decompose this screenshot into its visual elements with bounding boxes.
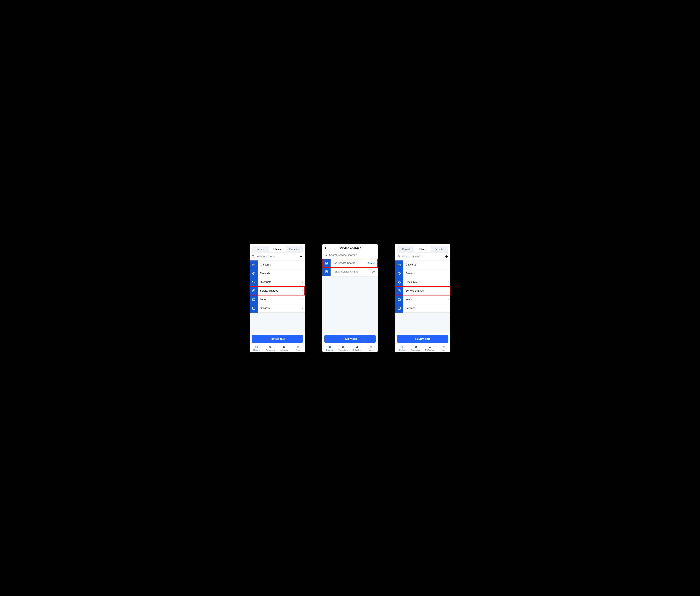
services-icon	[250, 304, 258, 313]
more-icon	[369, 345, 372, 349]
nav-label: Checkout	[399, 349, 406, 351]
library-item-service-charges[interactable]: Service charges	[250, 287, 305, 295]
nav-label: Notifications	[352, 349, 361, 351]
service-charges-icon	[395, 287, 403, 295]
library-item-services[interactable]: Services	[250, 304, 305, 313]
nav-notifications[interactable]: Notifications	[350, 345, 364, 351]
svg-rect-64	[402, 347, 403, 348]
svg-line-1	[254, 257, 254, 258]
nav-transactions[interactable]: Transactions	[264, 345, 277, 351]
tab-library[interactable]: Library	[415, 246, 431, 252]
library-list: Gift cards Rewards Discounts	[250, 260, 305, 333]
svg-rect-19	[257, 346, 257, 347]
search-row[interactable]: Search service charges	[322, 251, 378, 259]
svg-rect-62	[402, 346, 403, 347]
gift-card-icon	[395, 260, 403, 269]
library-item-label: Services	[258, 304, 300, 313]
tab-library[interactable]: Library	[269, 246, 285, 252]
svg-rect-38	[328, 347, 329, 348]
nav-label: More	[296, 349, 300, 351]
discounts-icon	[395, 278, 403, 287]
svg-rect-53	[398, 299, 400, 300]
nav-label: Transactions	[411, 349, 420, 351]
search-icon	[397, 255, 401, 258]
library-item-items[interactable]: Items	[250, 295, 305, 304]
nav-checkout[interactable]: Checkout	[395, 345, 409, 351]
nav-label: More	[369, 349, 373, 351]
search-placeholder: Search service charges	[329, 253, 376, 256]
nav-label: More	[442, 349, 445, 351]
transactions-icon	[269, 345, 272, 349]
footer: Review sale Checkout Transactions Notifi…	[395, 333, 450, 352]
more-icon	[442, 345, 445, 349]
svg-point-9	[254, 290, 255, 290]
library-item-rewards[interactable]: Rewards	[250, 269, 305, 278]
nav-label: Notifications	[425, 349, 434, 351]
tabs-row: Keypad Library Favorites	[395, 244, 450, 253]
nav-label: Transactions	[339, 349, 348, 351]
svg-point-35	[327, 271, 327, 271]
tab-bar: Keypad Library Favorites	[397, 246, 448, 253]
nav-more[interactable]: More	[291, 345, 305, 351]
tab-keypad[interactable]: Keypad	[398, 246, 415, 252]
nav-label: Transactions	[266, 349, 275, 351]
tab-bar: Keypad Library Favorites	[252, 246, 303, 253]
svg-point-43	[398, 255, 400, 257]
tab-keypad[interactable]: Keypad	[252, 246, 269, 252]
service-charge-status-added: Added	[368, 259, 378, 268]
library-item-label: Service charges	[258, 287, 300, 295]
search-row[interactable]: Search all items	[395, 253, 450, 260]
library-item-discounts[interactable]: Discounts	[250, 278, 305, 287]
gift-card-icon	[250, 260, 258, 269]
service-charge-pickup[interactable]: Pickup Service Charge 2%	[322, 268, 378, 276]
nav-notifications[interactable]: Notifications	[423, 345, 437, 351]
library-item-services[interactable]: Services	[395, 304, 450, 313]
items-icon	[250, 295, 258, 304]
svg-rect-36	[328, 346, 329, 347]
back-button[interactable]	[324, 246, 330, 250]
library-item-rewards[interactable]: Rewards	[395, 269, 450, 278]
nav-checkout[interactable]: Checkout	[250, 345, 264, 351]
service-charge-label: Pickup Service Charge	[330, 268, 372, 276]
tab-favorites[interactable]: Favorites	[431, 246, 448, 252]
review-sale-button[interactable]: Review sale	[397, 335, 448, 343]
library-item-label: Items	[403, 295, 446, 304]
checkout-icon	[328, 345, 331, 349]
svg-rect-39	[329, 347, 330, 348]
items-icon	[395, 295, 403, 304]
phone-service-charges: Service charges Search service charges B…	[321, 243, 379, 353]
add-item-button[interactable]	[299, 255, 303, 258]
review-sale-button[interactable]: Review sale	[324, 335, 376, 343]
checkout-icon	[255, 345, 258, 349]
svg-line-44	[399, 257, 400, 258]
nav-more[interactable]: More	[364, 345, 378, 351]
search-row[interactable]: Search all items	[250, 253, 305, 260]
tab-favorites[interactable]: Favorites	[285, 246, 302, 252]
phone-library-1: Keypad Library Favorites Search all item…	[249, 243, 306, 353]
svg-rect-37	[329, 346, 330, 347]
library-item-label: Gift cards	[258, 260, 300, 269]
library-item-discounts[interactable]: Discounts	[395, 278, 450, 287]
library-item-gift-cards[interactable]: Gift cards	[395, 260, 450, 269]
nav-transactions[interactable]: Transactions	[409, 345, 423, 351]
svg-point-31	[327, 262, 327, 263]
library-item-gift-cards[interactable]: Gift cards	[250, 260, 305, 269]
svg-rect-21	[257, 347, 257, 348]
service-charge-bag[interactable]: Bag Service Charge Added	[322, 259, 378, 268]
library-item-items[interactable]: Items	[395, 295, 450, 304]
nav-notifications[interactable]: Notifications	[277, 345, 291, 351]
library-item-service-charges[interactable]: Service charges	[395, 287, 450, 295]
add-item-button[interactable]	[445, 255, 448, 258]
checkout-icon	[401, 345, 404, 349]
nav-label: Notifications	[280, 349, 289, 351]
svg-rect-18	[255, 346, 256, 347]
svg-point-5	[253, 281, 253, 282]
review-sale-button[interactable]: Review sale	[252, 335, 303, 343]
nav-transactions[interactable]: Transactions	[336, 345, 350, 351]
bottom-nav: Checkout Transactions Notifications More	[322, 345, 378, 352]
svg-rect-61	[401, 346, 402, 347]
nav-checkout[interactable]: Checkout	[322, 345, 336, 351]
nav-more[interactable]: More	[437, 345, 451, 351]
notifications-icon	[428, 345, 431, 349]
title-bar: Service charges	[322, 244, 378, 251]
